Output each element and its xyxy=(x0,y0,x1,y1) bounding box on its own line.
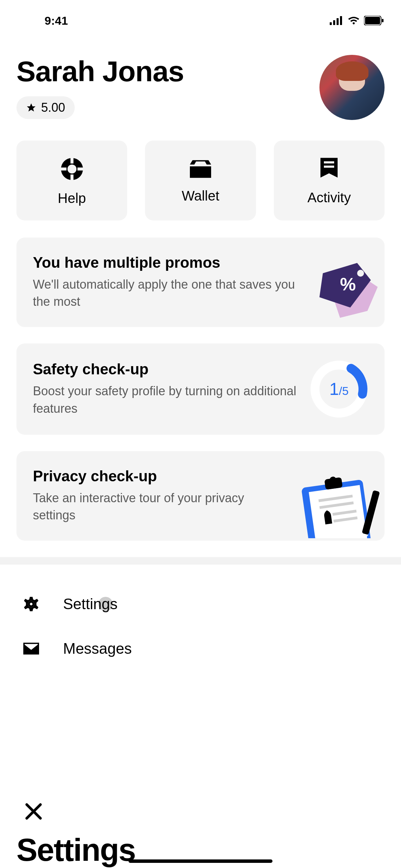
settings-menu-item[interactable]: Settings xyxy=(16,582,385,626)
safety-progress-text: 1/5 xyxy=(329,379,349,399)
promo-tag-icon: % xyxy=(309,256,385,325)
wifi-icon xyxy=(348,16,360,25)
privacy-desc: Take an interactive tour of your privacy… xyxy=(33,490,285,524)
messages-menu-item[interactable]: Messages xyxy=(16,626,385,671)
promos-desc: We'll automatically apply the one that s… xyxy=(33,276,299,311)
svg-rect-12 xyxy=(77,168,84,171)
svg-rect-5 xyxy=(365,17,380,24)
cellular-icon xyxy=(330,16,343,25)
svg-rect-0 xyxy=(330,22,332,25)
svg-point-15 xyxy=(357,270,364,277)
gear-icon xyxy=(23,596,39,612)
status-bar: 9:41 xyxy=(0,0,401,38)
activity-button[interactable]: Activity xyxy=(274,141,385,220)
svg-rect-14 xyxy=(324,166,334,168)
quick-actions: Help Wallet Activity xyxy=(16,141,385,220)
svg-rect-9 xyxy=(70,157,73,164)
help-label: Help xyxy=(58,191,86,206)
rating-value: 5.00 xyxy=(41,100,65,115)
close-button[interactable] xyxy=(23,801,44,822)
profile-name: Sarah Jonas xyxy=(16,55,184,88)
svg-rect-20 xyxy=(309,485,368,538)
privacy-card[interactable]: Privacy check-up Take an interactive tou… xyxy=(16,451,385,541)
privacy-title: Privacy check-up xyxy=(33,468,285,485)
svg-rect-2 xyxy=(337,18,339,25)
wallet-button[interactable]: Wallet xyxy=(145,141,256,220)
envelope-icon xyxy=(23,641,39,656)
star-icon xyxy=(26,103,36,113)
svg-rect-10 xyxy=(70,174,73,181)
wallet-icon xyxy=(190,159,211,179)
svg-rect-13 xyxy=(324,161,334,164)
svg-rect-11 xyxy=(60,168,66,171)
promos-card[interactable]: You have multiple promos We'll automatic… xyxy=(16,238,385,327)
status-icons xyxy=(330,16,384,25)
settings-overlay: Settings xyxy=(0,787,401,868)
activity-label: Activity xyxy=(307,190,351,205)
help-button[interactable]: Help xyxy=(16,141,127,220)
safety-title: Safety check-up xyxy=(33,361,300,378)
wallet-label: Wallet xyxy=(182,188,219,204)
promos-title: You have multiple promos xyxy=(33,254,299,271)
bookmark-icon xyxy=(320,158,338,180)
safety-progress-ring: 1/5 xyxy=(310,360,368,418)
svg-rect-1 xyxy=(333,20,335,25)
safety-card[interactable]: Safety check-up Boost your safety profil… xyxy=(16,343,385,435)
battery-icon xyxy=(364,16,384,25)
profile-header: Sarah Jonas 5.00 xyxy=(16,55,385,120)
safety-desc: Boost your safety profile by turning on … xyxy=(33,383,300,417)
home-indicator[interactable] xyxy=(129,859,272,863)
svg-rect-6 xyxy=(382,19,384,22)
svg-point-8 xyxy=(68,165,76,173)
rating-chip[interactable]: 5.00 xyxy=(16,96,75,119)
clipboard-icon xyxy=(295,470,385,538)
section-divider xyxy=(0,557,401,565)
lifebuoy-icon xyxy=(60,157,84,181)
menu-list: Settings Messages xyxy=(16,565,385,671)
status-time: 9:41 xyxy=(17,14,68,27)
svg-rect-3 xyxy=(340,16,342,25)
svg-text:%: % xyxy=(340,274,356,294)
avatar[interactable] xyxy=(319,55,385,120)
touch-indicator xyxy=(98,597,113,611)
messages-label: Messages xyxy=(63,640,132,657)
